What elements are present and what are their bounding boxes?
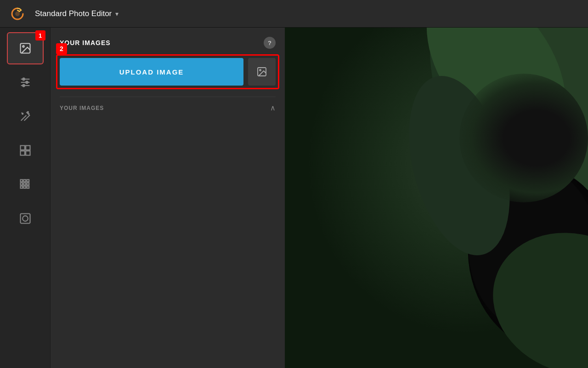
panel-header: YOUR IMAGES ? — [60, 37, 276, 49]
sidebar-item-mosaic[interactable] — [7, 168, 44, 201]
images-section-label: YOUR IMAGES — [60, 105, 104, 111]
logo — [9, 6, 26, 22]
sidebar-item-effects[interactable] — [7, 100, 44, 132]
app-logo-icon — [10, 6, 25, 21]
svg-rect-22 — [20, 183, 23, 185]
canvas-image-svg — [285, 28, 588, 368]
icon-sidebar: 1 — [0, 28, 51, 368]
main-area: 1 — [0, 28, 588, 368]
svg-point-8 — [23, 85, 25, 87]
svg-rect-24 — [27, 183, 29, 185]
app-title: Standard Photo Editor — [35, 9, 112, 18]
panel-title: YOUR IMAGES — [60, 39, 111, 46]
canvas-area — [285, 28, 588, 368]
sliders-icon — [19, 76, 32, 89]
svg-rect-28 — [20, 214, 30, 224]
svg-rect-20 — [23, 180, 26, 182]
sidebar-item-adjustments[interactable] — [7, 66, 44, 98]
help-button[interactable]: ? — [264, 37, 276, 49]
svg-point-6 — [23, 78, 25, 80]
app-title-container[interactable]: Standard Photo Editor ▾ — [35, 9, 119, 18]
sidebar-item-images[interactable]: 1 — [7, 32, 44, 64]
dropdown-chevron-icon: ▾ — [115, 10, 119, 17]
svg-rect-15 — [20, 146, 24, 150]
images-section-header[interactable]: YOUR IMAGES ∧ — [60, 97, 276, 119]
image-icon — [19, 42, 32, 55]
images-section: YOUR IMAGES ∧ — [60, 97, 276, 119]
svg-rect-23 — [23, 183, 26, 185]
svg-rect-17 — [20, 151, 24, 155]
svg-rect-19 — [20, 180, 23, 182]
svg-rect-18 — [26, 151, 30, 155]
sidebar-item-frame[interactable] — [7, 202, 44, 235]
svg-point-31 — [260, 69, 261, 71]
image-picker-icon — [256, 66, 267, 77]
magic-wand-icon — [19, 110, 32, 123]
panel: YOUR IMAGES ? 2 UPLOAD IMAGE YOUR IMAGES… — [51, 28, 285, 368]
svg-point-14 — [22, 113, 23, 114]
images-section-chevron-icon: ∧ — [270, 104, 276, 112]
svg-point-2 — [23, 46, 24, 47]
svg-rect-25 — [20, 186, 23, 189]
upload-row: 2 UPLOAD IMAGE — [60, 58, 276, 86]
svg-point-29 — [23, 216, 28, 221]
svg-rect-16 — [26, 146, 30, 150]
svg-rect-27 — [27, 186, 29, 189]
svg-rect-26 — [23, 186, 26, 189]
annotation-marker-2: 2 — [56, 43, 67, 54]
mosaic-icon — [19, 178, 32, 191]
canvas-background — [285, 28, 588, 368]
grid-icon — [19, 144, 32, 157]
sidebar-item-layout[interactable] — [7, 134, 44, 167]
upload-image-button[interactable]: UPLOAD IMAGE — [60, 58, 243, 86]
svg-point-7 — [26, 81, 28, 84]
svg-point-0 — [15, 12, 20, 16]
svg-point-13 — [27, 112, 28, 113]
frame-icon — [19, 212, 32, 225]
annotation-marker-1: 1 — [35, 30, 45, 40]
svg-rect-21 — [27, 180, 29, 182]
topbar: Standard Photo Editor ▾ — [0, 0, 588, 28]
image-picker-button[interactable] — [248, 58, 276, 86]
